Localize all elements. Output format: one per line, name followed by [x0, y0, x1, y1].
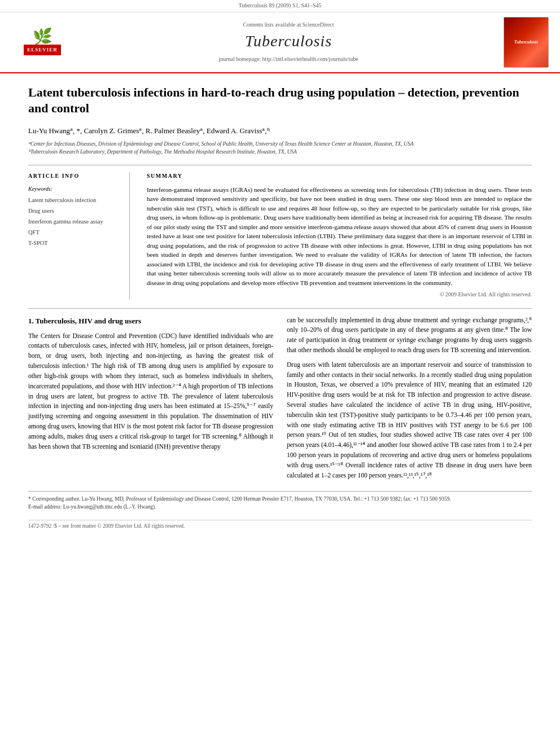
elsevier-wordmark: ELSEVIER: [24, 45, 61, 55]
body-col-right: can be successfully implemented in drug …: [287, 315, 532, 485]
article-info-heading: ARTICLE INFO: [28, 172, 120, 181]
section1-title: 1. Tuberculosis, HIV and drug users: [28, 315, 273, 327]
journal-cover-image: Tuberculosis: [504, 17, 549, 68]
copyright-line: © 2009 Elsevier Ltd. All rights reserved…: [147, 291, 532, 299]
affiliations: ᵃCenter for Infectious Diseases, Divisio…: [28, 140, 532, 156]
cover-title-text: Tuberculosis: [514, 39, 538, 46]
body-content: 1. Tuberculosis, HIV and drug users The …: [28, 315, 532, 485]
summary-panel: SUMMARY Interferon-gamma release assays …: [147, 172, 532, 299]
keywords-label: Keywords:: [28, 185, 120, 194]
journal-title-center: Contents lists available at ScienceDirec…: [73, 21, 504, 64]
affiliation-b: ᵇTuberculosis Research Laboratory, Depar…: [28, 148, 532, 156]
divider-2: [28, 308, 532, 309]
section1-col2-para1: can be successfully implemented in drug …: [287, 315, 532, 356]
body-col-left: 1. Tuberculosis, HIV and drug users The …: [28, 315, 273, 485]
authors: Lu-Yu Hwangᵃ, *, Carolyn Z. Grimesᵃ, R. …: [28, 126, 532, 137]
journal-homepage: journal homepage: http://intl.elsevierhe…: [73, 55, 504, 64]
keywords-list: Latent tuberculosis infection Drug users…: [28, 195, 120, 248]
footnote-corresponding: * Corresponding author. Lu-Yu Hwang, MD,…: [28, 495, 532, 503]
summary-text: Interferon-gamma release assays (IGRAs) …: [147, 185, 532, 288]
article-title: Latent tuberculosis infections in hard-t…: [28, 85, 532, 117]
affiliation-a: ᵃCenter for Infectious Diseases, Divisio…: [28, 140, 532, 148]
sciencedirect-text: Contents lists available at ScienceDirec…: [73, 21, 504, 29]
journal-top-bar: Tuberculosis 89 (2009) S1, S41–S45: [0, 0, 560, 12]
elsevier-logo: 🌿 ELSEVIER: [11, 29, 73, 55]
footer-bar: 1472-9792 /$ – see front matter © 2009 E…: [28, 520, 532, 531]
article-content: Latent tuberculosis infections in hard-t…: [0, 73, 560, 542]
footnote-email: E-mail address: Lu-yu.hwang@uth.tmc.edu …: [28, 503, 532, 511]
keyword-2: Drug users: [28, 206, 120, 217]
section1-col2-para2: Drug users with latent tuberculosis are …: [287, 360, 532, 481]
keyword-1: Latent tuberculosis infection: [28, 195, 120, 206]
journal-header: Tuberculosis 89 (2009) S1, S41–S45 🌿 ELS…: [0, 0, 560, 73]
article-info-panel: ARTICLE INFO Keywords: Latent tuberculos…: [28, 172, 130, 299]
section1-col1-para1: The Centers for Disease Control and Prev…: [28, 331, 273, 452]
journal-middle: 🌿 ELSEVIER Contents lists available at S…: [0, 12, 560, 72]
footnote-area: * Corresponding author. Lu-Yu Hwang, MD,…: [28, 491, 532, 511]
article-info-summary: ARTICLE INFO Keywords: Latent tuberculos…: [28, 172, 532, 299]
footer-text: 1472-9792 /$ – see front matter © 2009 E…: [28, 523, 185, 529]
journal-name: Tuberculosis: [73, 30, 504, 53]
summary-heading: SUMMARY: [147, 172, 532, 181]
elsevier-tree-icon: 🌿: [33, 29, 53, 45]
divider-1: [28, 165, 532, 165]
journal-citation: Tuberculosis 89 (2009) S1, S41–S45: [238, 2, 321, 8]
keyword-3: Interferon gamma release assay: [28, 217, 120, 227]
keyword-5: T-SPOT: [28, 238, 120, 249]
keyword-4: QFT: [28, 227, 120, 238]
